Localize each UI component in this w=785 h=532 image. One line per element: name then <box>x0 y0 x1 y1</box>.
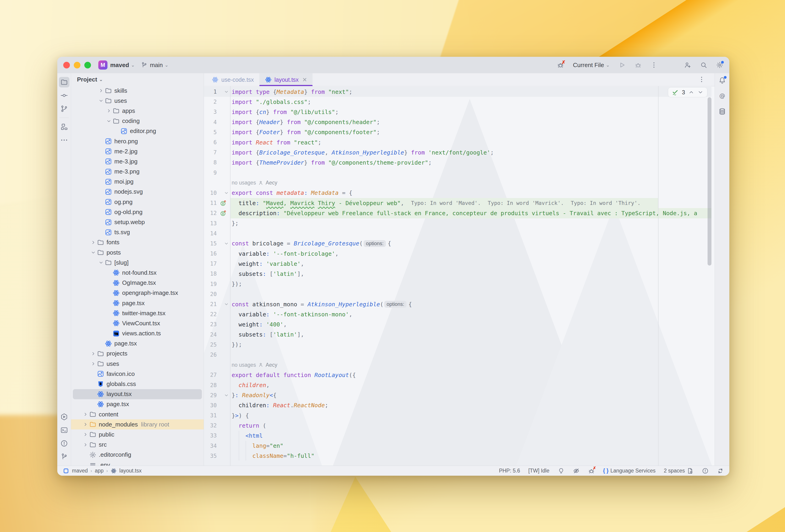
tree-item-apps[interactable]: apps <box>71 106 204 116</box>
tree-item-public[interactable]: public <box>71 429 204 440</box>
problems-tool-button[interactable] <box>59 438 70 449</box>
fold-chevron-icon[interactable] <box>224 89 229 94</box>
tree-item-me-2-jpg[interactable]: me-2.jpg <box>71 146 204 156</box>
code-line-28[interactable]: 28 children, <box>204 380 715 390</box>
more-actions-kebab-icon[interactable] <box>651 61 657 69</box>
tree-chevron-icon[interactable] <box>90 250 97 255</box>
tree-item-opengraph-image-tsx[interactable]: opengraph-image.tsx <box>71 288 204 298</box>
project-widget[interactable]: maved ⌄ <box>110 61 141 69</box>
code-line-33[interactable]: 33 <html <box>204 431 715 441</box>
structure-tool-button[interactable] <box>59 122 70 132</box>
tree-item-twitter-image-tsx[interactable]: twitter-image.tsx <box>71 308 204 318</box>
inspections-bug-icon[interactable]: ✗ <box>557 61 564 69</box>
tree-item-page-tsx[interactable]: page.tsx <box>71 298 204 308</box>
tree-item--editorconfig[interactable]: .editorconfig <box>71 450 204 460</box>
settings-gear-icon[interactable] <box>716 61 724 69</box>
typo-gutter-icon[interactable] <box>220 210 227 217</box>
code-line-17[interactable]: 17 weight: 'variable', <box>204 259 715 269</box>
code-with-me-icon[interactable] <box>684 61 691 69</box>
tree-item-coding[interactable]: coding <box>71 116 204 126</box>
tab-layout[interactable]: layout.tsx ✕ <box>259 73 313 86</box>
editor-scrollbar[interactable] <box>708 97 711 266</box>
code-line-11[interactable]: 11 title: "Maved, Mavrick Thiry - Dévelo… <box>204 198 715 208</box>
tree-item-og-png[interactable]: og.png <box>71 197 204 207</box>
tree-item-src[interactable]: src <box>71 440 204 450</box>
tree-item-node-modules[interactable]: node_moduleslibrary root <box>71 419 204 429</box>
code-line-13[interactable]: 13}; <box>204 218 715 228</box>
code-line-30[interactable]: 30 children: React.ReactNode; <box>204 400 715 410</box>
tree-item-ogimage-tsx[interactable]: OgImage.tsx <box>71 278 204 288</box>
language-services-widget[interactable]: { } Language Services <box>603 468 656 474</box>
tree-item-editor-png[interactable]: editor.png <box>71 126 204 136</box>
close-tab-icon[interactable]: ✕ <box>302 76 307 83</box>
tree-chevron-icon[interactable] <box>90 351 97 356</box>
profiler-bug-icon[interactable]: ✗ <box>588 468 595 474</box>
tree-item-page-tsx[interactable]: page.tsx <box>71 399 204 409</box>
inlay-hint-row[interactable]: no usagesAecy <box>204 360 715 370</box>
fold-chevron-icon[interactable] <box>224 302 229 307</box>
code-line-22[interactable]: 22 variable: '--font-atkinson-mono', <box>204 309 715 319</box>
tree-item-og-old-png[interactable]: og-old.png <box>71 207 204 217</box>
tree-item-viewcount-tsx[interactable]: ViewCount.tsx <box>71 318 204 328</box>
problems-indicator-icon[interactable] <box>702 468 709 474</box>
intentions-bulb-icon[interactable] <box>558 468 564 474</box>
typo-gutter-icon[interactable] <box>220 200 227 207</box>
code-line-31[interactable]: 31}>) { <box>204 410 715 421</box>
minimize-window-button[interactable] <box>74 62 80 69</box>
code-line-15[interactable]: 15const bricolage = Bricolage_Grotesque(… <box>204 239 715 248</box>
tree-chevron-icon[interactable] <box>98 88 104 94</box>
prev-problem-chevron-icon[interactable] <box>688 89 694 95</box>
tree-item-uses[interactable]: uses <box>71 96 204 106</box>
code-line-2[interactable]: 2import "./globals.css"; <box>204 97 715 107</box>
tree-item-nodejs-svg[interactable]: nodejs.svg <box>71 187 204 197</box>
terminal-tool-button[interactable] <box>59 425 70 435</box>
breadcrumb-project[interactable]: maved <box>72 468 88 474</box>
tree-item-views-action-ts[interactable]: TSviews.action.ts <box>71 328 204 339</box>
project-panel-header[interactable]: Project ⌄ <box>71 73 204 86</box>
tree-chevron-icon[interactable] <box>82 422 89 427</box>
tree-item-posts[interactable]: posts <box>71 247 204 258</box>
ai-assistant-icon[interactable]: @ <box>718 92 726 100</box>
breadcrumb-file[interactable]: layout.tsx <box>119 468 142 474</box>
breadcrumb-folder[interactable]: app <box>95 468 104 474</box>
project-tool-button[interactable] <box>59 77 70 87</box>
tree-item-skills[interactable]: skills <box>71 86 204 96</box>
code-line-7[interactable]: 7import {Bricolage_Grotesque, Atkinson_H… <box>204 148 715 158</box>
code-line-34[interactable]: 34 lang="en" <box>204 441 715 451</box>
tree-item-content[interactable]: content <box>71 409 204 419</box>
more-tools-button[interactable] <box>59 135 70 145</box>
tree-item-fonts[interactable]: fonts <box>71 237 204 247</box>
tree-chevron-icon[interactable] <box>90 361 97 367</box>
tree-item-setup-webp[interactable]: setup.webp <box>71 217 204 227</box>
code-line-35[interactable]: 35 className="h-full" <box>204 451 715 461</box>
run-configuration-selector[interactable]: Current File ⌄ <box>573 61 610 69</box>
tree-item-layout-tsx[interactable]: layout.tsx <box>73 389 202 399</box>
tree-chevron-icon[interactable] <box>105 108 112 113</box>
tab-use-code[interactable]: use-code.tsx <box>206 73 259 86</box>
inspections-widget[interactable]: 3 <box>668 87 707 97</box>
tree-chevron-icon[interactable] <box>82 442 89 448</box>
services-tool-button[interactable] <box>59 411 70 422</box>
tree-item-me-3-jpg[interactable]: me-3.jpg <box>71 156 204 166</box>
tree-item-me-3-png[interactable]: me-3.png <box>71 167 204 177</box>
code-line-25[interactable]: 25}); <box>204 340 715 350</box>
code-line-12[interactable]: 12 description: "Développeur web Freelan… <box>204 208 715 218</box>
code-line-21[interactable]: 21const atkinson_mono = Atkinson_Hyperle… <box>204 299 715 309</box>
tab-options-kebab-icon[interactable] <box>698 76 705 83</box>
tree-item-not-found-tsx[interactable]: not-found.tsx <box>71 268 204 278</box>
tailwind-status-widget[interactable]: [TW] Idle <box>528 468 550 474</box>
code-line-10[interactable]: 10export const metadata: Metadata = { <box>204 188 715 198</box>
code-line-32[interactable]: 32 return ( <box>204 421 715 431</box>
tree-chevron-icon[interactable] <box>105 118 112 124</box>
tree-item-moi-jpg[interactable]: moi.jpg <box>71 177 204 187</box>
code-line-4[interactable]: 4import {Header} from "@/components/head… <box>204 117 715 127</box>
tree-item-globals-css[interactable]: 3globals.css <box>71 379 204 389</box>
tree-chevron-icon[interactable] <box>90 240 97 245</box>
tree-chevron-icon[interactable] <box>98 260 104 265</box>
code-line-24[interactable]: 24 subsets: ['latin'], <box>204 330 715 340</box>
code-editor[interactable]: 1import type {Metadata} from "next";2imp… <box>204 86 715 466</box>
code-line-26[interactable]: 26 <box>204 350 715 360</box>
notifications-bell-icon[interactable] <box>718 76 726 84</box>
tree-item-hero-png[interactable]: hero.png <box>71 136 204 146</box>
fold-chevron-icon[interactable] <box>224 393 229 398</box>
